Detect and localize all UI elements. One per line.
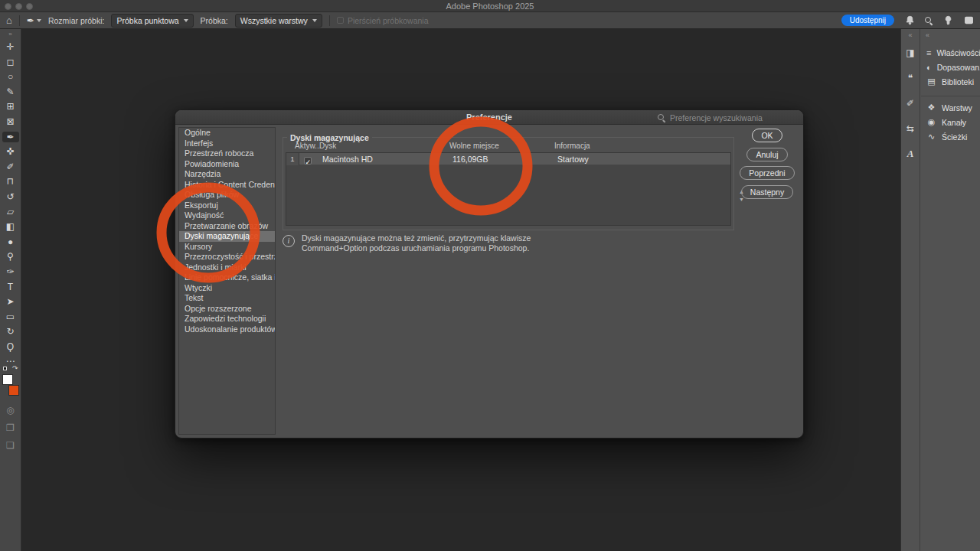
character-panel-icon[interactable]: A (903, 148, 917, 160)
table-row[interactable]: 1 Macintosh HD 116,09GB Startowy (286, 153, 730, 165)
column-disk: Dysk (319, 142, 336, 150)
frame-tool[interactable]: ⊠ (2, 116, 19, 127)
table-header: Aktyw... Dysk Wolne miejsce Informacja (283, 142, 733, 151)
active-checkbox[interactable] (304, 155, 312, 168)
search-icon[interactable] (925, 17, 933, 24)
path-selection-tool[interactable]: ➤ (2, 296, 19, 307)
rectangle-tool[interactable]: ▭ (2, 311, 19, 322)
eyedropper-icon: ✒ (27, 16, 34, 25)
prefs-sidebar-item[interactable]: Powiadomienia (179, 159, 275, 170)
panel-layers[interactable]: ❖ Warstwy (921, 100, 980, 115)
prefs-sidebar-item[interactable]: Udoskonalanie produktów (179, 324, 275, 335)
brush-tool[interactable]: ✐ (2, 161, 19, 172)
prefs-sidebar-item[interactable]: Linie pomocnicze, siatka i plasterki (179, 272, 275, 283)
lasso-tool[interactable]: ○ (2, 71, 19, 82)
panel-paths[interactable]: ∿ Ścieżki (921, 129, 980, 144)
discover-lightbulb-icon[interactable] (942, 15, 953, 26)
crop-tool[interactable]: ⊞ (2, 101, 19, 112)
prefs-sidebar-item[interactable]: Wtyczki (179, 283, 275, 294)
spot-healing-tool[interactable]: ✜ (2, 146, 19, 157)
brush-settings-panel-icon[interactable]: ✐ (903, 97, 917, 109)
extras-button[interactable]: ❏ (2, 440, 19, 451)
prefs-sidebar-item[interactable]: Interfejs (179, 139, 275, 149)
rotate-view-tool[interactable]: ↻ (2, 326, 19, 337)
comments-panel-icon[interactable]: ❝ (903, 72, 917, 84)
swap-colors-icon[interactable]: ↷ (12, 364, 18, 372)
scratch-disk-table: 1 Macintosh HD 116,09GB Startowy (286, 152, 731, 226)
sample-size-select[interactable]: Próbka punktowa (111, 14, 193, 28)
default-colors-icon[interactable] (3, 367, 7, 370)
foreground-color-swatch[interactable] (2, 374, 13, 385)
pen-tool[interactable]: ✑ (2, 266, 19, 277)
home-icon[interactable]: ⌂ (6, 15, 12, 25)
scratch-disks-group: Dyski magazynujące Aktyw... Dysk Wolne m… (283, 137, 734, 230)
panel-dock: « ◨ ❝ ✐ ⇆ A « (900, 29, 980, 551)
prefs-sidebar-item[interactable]: Obsługa plików (179, 190, 275, 201)
preferences-dialog: Preferencje Preferencje wyszukiwania Ogó… (175, 109, 804, 439)
eraser-tool[interactable]: ▱ (2, 207, 19, 217)
gradient-tool[interactable]: ◧ (2, 221, 19, 232)
eyedropper-tool[interactable]: ✒ (2, 132, 19, 142)
disk-info: Startowy (557, 153, 589, 165)
workspace-switcher-icon[interactable] (963, 15, 974, 26)
prefs-sidebar-item[interactable]: Ogólne (179, 128, 275, 139)
chevron-down-icon (37, 19, 41, 22)
prefs-sidebar-item[interactable]: Opcje rozszerzone (179, 304, 275, 315)
zoom-tool[interactable]: Ϙ (2, 341, 19, 352)
panel-icon-column: « ◨ ❝ ✐ ⇆ A (901, 29, 920, 551)
dock-collapse-icon[interactable]: « (921, 31, 980, 41)
panel-adjustments[interactable]: ◐ Dopasowan... (921, 60, 980, 74)
share-button[interactable]: Udostępnij (841, 15, 894, 26)
sample-label: Próbka: (201, 16, 228, 25)
dialog-titlebar: Preferencje Preferencje wyszukiwania (175, 110, 803, 125)
free-space-value: 116,09GB (452, 153, 488, 165)
prefs-sidebar-item[interactable]: Wydajność (179, 210, 275, 221)
quick-selection-tool[interactable]: ✎ (2, 86, 19, 97)
panel-properties[interactable]: ≡ Właściwości (921, 45, 980, 60)
prefs-sidebar-item[interactable]: Tekst (179, 293, 275, 304)
sample-layers-select[interactable]: Wszystkie warstwy (235, 14, 322, 28)
prefs-sidebar-item[interactable]: Kursory (179, 242, 275, 253)
chevron-down-icon (312, 19, 317, 22)
type-tool[interactable]: T (2, 282, 19, 292)
note-line-1: Dyski magazynujące można też zmienić, pr… (302, 233, 531, 243)
sample-size-label: Rozmiar próbki: (48, 16, 105, 25)
prefs-sidebar-item[interactable]: Eksportuj (179, 201, 275, 211)
prefs-item-scratch-disks[interactable]: Dyski magazynujące (179, 231, 275, 242)
screen-mode-button[interactable]: ❐ (2, 422, 19, 433)
prefs-sidebar-item[interactable]: Przestrzeń robocza (179, 148, 275, 159)
history-brush-tool[interactable]: ↺ (2, 191, 19, 202)
toolbar-collapse-icon[interactable]: » (8, 31, 11, 38)
marquee-tool[interactable]: ◻ (2, 57, 19, 67)
tool-options-panel-icon[interactable]: ⇆ (903, 122, 917, 135)
preferences-category-list: Ogólne Interfejs Przestrzeń robocza Powi… (178, 127, 276, 435)
current-tool-dropdown[interactable]: ✒ (27, 16, 41, 25)
ok-button[interactable]: OK (752, 129, 782, 142)
divider (19, 15, 20, 26)
prefs-sidebar-item[interactable]: Historia i Content Credentials (179, 180, 275, 191)
background-color-swatch[interactable] (8, 385, 19, 396)
panel-channels[interactable]: ◉ Kanały (921, 115, 980, 129)
checkbox-icon (337, 17, 344, 24)
next-button[interactable]: Następny (741, 185, 793, 199)
dock-collapse-icon[interactable]: « (908, 31, 912, 41)
disk-name: Macintosh HD (322, 153, 373, 165)
column-free-space: Wolne miejsce (449, 142, 499, 150)
prefs-sidebar-item[interactable]: Przetwarzanie obrazów (179, 221, 275, 232)
preferences-search-field[interactable]: Preferencje wyszukiwania (658, 112, 797, 123)
panel-libraries[interactable]: ▤ Biblioteki (921, 74, 980, 89)
prefs-sidebar-item[interactable]: Zapowiedzi technologii (179, 314, 275, 324)
prefs-sidebar-item[interactable]: Jednostki i miarki (179, 262, 275, 273)
prefs-sidebar-item[interactable]: Narzędzia (179, 169, 275, 180)
clone-stamp-tool[interactable]: ⊓ (2, 176, 19, 187)
previous-button[interactable]: Poprzedni (740, 166, 794, 180)
macos-titlebar: Adobe Photoshop 2025 (0, 0, 980, 12)
dodge-tool[interactable]: ⚲ (2, 251, 19, 262)
color-panel-icon[interactable]: ◨ (903, 47, 917, 59)
quick-mask-button[interactable]: ◎ (2, 405, 19, 416)
blur-tool[interactable]: ● (2, 236, 19, 247)
notifications-bell-icon[interactable] (904, 15, 915, 26)
prefs-sidebar-item[interactable]: Przezroczystość i przestrzeń kolorów (179, 252, 275, 262)
move-tool[interactable]: ✛ (2, 41, 19, 52)
cancel-button[interactable]: Anuluj (746, 148, 787, 161)
